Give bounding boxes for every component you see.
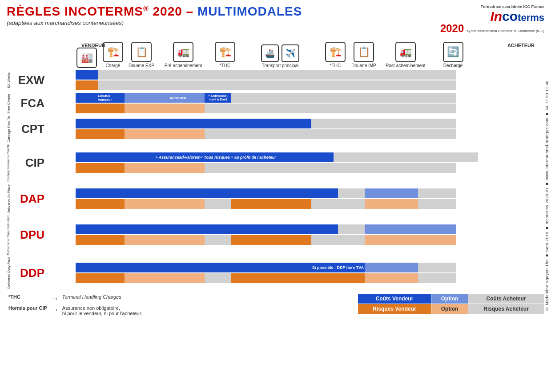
title-blue: multimodales bbox=[197, 4, 302, 18]
dpu-b4 bbox=[151, 235, 205, 245]
dap-b3 bbox=[125, 199, 151, 209]
icon-group-factory: 🏭 bbox=[76, 48, 98, 68]
dpu-b1 bbox=[76, 235, 98, 245]
icon-group-thc2: 🏗️ *THC bbox=[322, 42, 349, 68]
legend-notes-table: *THC → Terminal Handling Charges Hormis … bbox=[7, 293, 144, 317]
dap-t6 bbox=[231, 188, 311, 198]
ddp-b6 bbox=[231, 273, 311, 283]
charge-label: Chargé bbox=[106, 63, 121, 68]
dpu-t10 bbox=[418, 224, 456, 234]
dpu-b9 bbox=[365, 235, 418, 245]
plane-icon: ✈️ bbox=[282, 44, 299, 62]
thc-label-cell: *THC bbox=[7, 293, 49, 304]
exw-top-3 bbox=[125, 70, 151, 80]
row-fca: Free CArrier FCA Locaux Vendeur Autre li… bbox=[7, 93, 544, 114]
dap-b9 bbox=[365, 199, 418, 209]
dap-t7 bbox=[311, 188, 338, 198]
ddp-b5 bbox=[205, 273, 231, 283]
ddp-b9 bbox=[365, 273, 418, 283]
ddp-b2 bbox=[98, 273, 125, 283]
cip-b4 bbox=[151, 163, 205, 173]
cip-b7 bbox=[311, 163, 338, 173]
cpt-t1 bbox=[76, 119, 98, 128]
option-risques-label: Option bbox=[431, 304, 468, 314]
cpt-t10 bbox=[418, 119, 456, 128]
exw-bot-1 bbox=[76, 80, 98, 90]
dpu-t8 bbox=[338, 224, 365, 234]
subtitle: (adaptées aux marchandises conteneurisée… bbox=[7, 20, 440, 26]
cip-b2 bbox=[98, 163, 125, 173]
dap-t3 bbox=[125, 188, 151, 198]
dap-b4 bbox=[151, 199, 205, 209]
dap-t8 bbox=[338, 188, 365, 198]
cpt-t8 bbox=[338, 119, 365, 128]
fca-bars: Locaux Vendeur Autre lieu + Connaisse-me… bbox=[76, 93, 544, 114]
dpu-t3 bbox=[125, 224, 151, 234]
ddp-b8 bbox=[338, 273, 365, 283]
row-dap: Delivered At Place DAP bbox=[7, 184, 544, 213]
cpt-code: CPT bbox=[15, 122, 48, 136]
cip-b6 bbox=[231, 163, 311, 173]
cpt-t2 bbox=[98, 119, 125, 128]
fca-code: FCA bbox=[15, 96, 48, 110]
dap-side-label: Delivered At Place bbox=[7, 184, 13, 213]
dap-b7 bbox=[311, 199, 338, 209]
dap-t2 bbox=[98, 188, 125, 198]
fca-bot-4 bbox=[151, 104, 205, 113]
ddp-side-label: Delivered Duty Paid bbox=[7, 257, 13, 289]
row-cip: Carriage Insurance Paid To CIP + Assuran… bbox=[7, 144, 544, 182]
fca-bot-7 bbox=[311, 104, 338, 113]
thc-arrow-cell: → bbox=[49, 293, 60, 304]
risques-acheteur-label: Risques Acheteur bbox=[468, 304, 544, 314]
icon-group-truck: 🚛 Pré-acheminement bbox=[157, 42, 210, 68]
dap-b1 bbox=[76, 199, 98, 209]
crane1-icon: 🏗️ bbox=[215, 42, 235, 62]
post-ach-label: Post-acheminement bbox=[386, 63, 426, 68]
header-title: Règles Incoterms® 2020 – multimodales (a… bbox=[7, 4, 440, 26]
douane-imp-label: Douane IMP bbox=[351, 63, 376, 68]
fca-top-9 bbox=[365, 93, 418, 103]
fca-bot-9 bbox=[365, 104, 418, 113]
couts-vendeur-label: Coûts Vendeur bbox=[358, 293, 431, 304]
fca-bot-10 bbox=[418, 104, 456, 113]
cip-top-bar: + Assurance ad-valorem « Tous Risques » … bbox=[76, 152, 544, 162]
cpt-top-bar bbox=[76, 119, 544, 128]
row-exw: EX-Works EXW bbox=[7, 70, 544, 91]
ddp-t1 bbox=[76, 263, 98, 272]
exw-bot-6 bbox=[231, 80, 311, 90]
icons-row: VENDEUR ACHETEUR 🏭 🏗️ Chargé 📋 Douane EX… bbox=[7, 42, 544, 68]
cip-bot-bar bbox=[76, 163, 544, 173]
transport-label: Transport principal bbox=[262, 63, 298, 68]
fca-top-10 bbox=[418, 93, 456, 103]
cpt-label-area: Carriage Paid To CPT bbox=[7, 116, 76, 142]
cpt-b9 bbox=[365, 129, 418, 139]
dap-b10 bbox=[418, 199, 456, 209]
fca-top-locaux: Locaux Vendeur bbox=[98, 93, 125, 103]
cip-label-area: Carriage Insurance Paid To CIP bbox=[7, 144, 76, 182]
legend-right: Coûts Vendeur Option Coûts Acheteur Risq… bbox=[358, 293, 544, 314]
cpt-b6 bbox=[231, 129, 311, 139]
ddp-t5 bbox=[205, 263, 231, 272]
ddp-b3 bbox=[125, 273, 151, 283]
cip-t10 bbox=[440, 152, 478, 162]
page-title: Règles Incoterms® 2020 – multimodales bbox=[7, 4, 440, 19]
risques-vendeur-label: Risques Vendeur bbox=[358, 304, 431, 314]
dpu-label-area: Delivered at Place Unloaded DPU bbox=[7, 216, 76, 255]
dap-b6 bbox=[231, 199, 311, 209]
exw-code: EXW bbox=[15, 73, 48, 87]
copyright-text: © Madeleine Nguyen-The ■ Sept 2019 ■ Inc… bbox=[545, 80, 549, 311]
thc-text: Terminal Handling Charges bbox=[62, 294, 121, 300]
fca-top-douane bbox=[125, 93, 151, 103]
dap-t9 bbox=[365, 188, 418, 198]
exw-top-8 bbox=[338, 70, 365, 80]
cip-b3 bbox=[125, 163, 151, 173]
cpt-b1 bbox=[76, 129, 98, 139]
fca-top-bar: Locaux Vendeur Autre lieu + Connaisse-me… bbox=[76, 93, 544, 103]
exw-top-6 bbox=[231, 70, 311, 80]
fca-label-area: Free CArrier FCA bbox=[7, 94, 76, 113]
acheteur-label: ACHETEUR bbox=[507, 43, 535, 48]
exw-label-area: EX-Works EXW bbox=[7, 72, 76, 88]
dpu-code: DPU bbox=[15, 228, 48, 242]
dap-b5 bbox=[205, 199, 231, 209]
exw-bot-10 bbox=[418, 80, 456, 90]
